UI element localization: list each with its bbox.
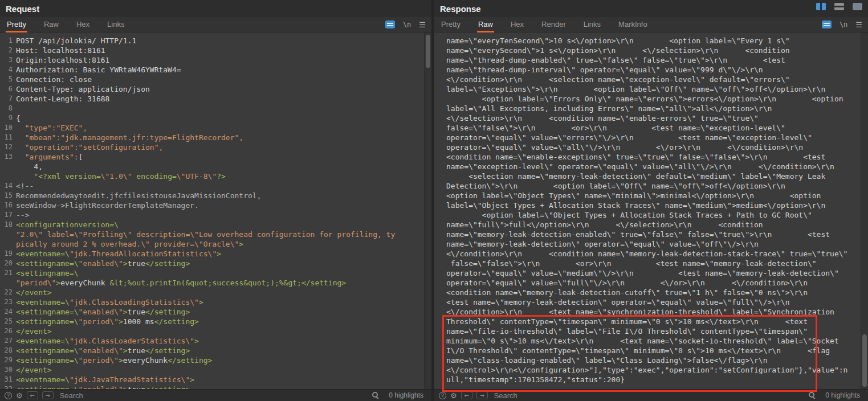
request-line: 25<settingname=\"period\">1000 ms</setti… xyxy=(0,317,431,326)
search-input[interactable] xyxy=(492,391,805,400)
show-nonprintable-icon[interactable]: \n xyxy=(840,21,847,28)
request-editor-toolbar: \n ☰ xyxy=(385,21,426,29)
request-line: pically around 2 % overhead.\" provider=… xyxy=(0,239,431,249)
request-line: 7Content-Length: 31688 xyxy=(0,94,431,104)
response-editor[interactable]: name=\"everyTenSecond\">10 s<\/option>\r… xyxy=(434,32,868,389)
response-line: false=\"false\">\r\n <or>\r\n <test name… xyxy=(434,123,868,133)
tab-render[interactable]: Render xyxy=(540,17,567,32)
show-nonprintable-icon[interactable]: \n xyxy=(403,21,411,28)
request-line: "period\">everyChunk &lt;%out.printIn(&q… xyxy=(0,278,431,288)
next-match-button[interactable]: → xyxy=(476,391,488,399)
response-line: name=\"thread-dump-enabled\" true=\"fals… xyxy=(434,55,868,65)
request-line: 4, xyxy=(0,162,431,171)
tab-hex[interactable]: Hex xyxy=(510,17,525,32)
tab-links[interactable]: Links xyxy=(106,17,125,32)
response-line: <option label=\"Errors Only\" name=\"err… xyxy=(434,94,868,104)
response-line: name=\"memory-leak-detection\" operator=… xyxy=(434,239,868,249)
tab-links[interactable]: Links xyxy=(582,17,602,32)
request-line: 5Connection: close xyxy=(0,75,431,84)
response-line: <\/condition>\r\n <selection name=\"exce… xyxy=(434,75,868,84)
response-line: name=\"exception-level\" operator=\"equa… xyxy=(434,162,868,171)
search-icon xyxy=(808,392,816,399)
request-line: 21<settingname=\ xyxy=(0,268,431,278)
response-line: label=\"All Exceptions, including Errors… xyxy=(434,104,868,113)
response-line: <selection name=\"memory-leak-detection\… xyxy=(434,171,868,181)
layout-rows-icon[interactable] xyxy=(834,3,844,10)
settings-gear-icon[interactable]: ⚙ xyxy=(16,392,23,399)
response-scrollbar-thumb[interactable] xyxy=(862,334,867,387)
response-line: false=\"false\">\r\n <or>\r\n <test name… xyxy=(434,259,868,268)
settings-gear-icon[interactable]: ⚙ xyxy=(450,392,457,399)
request-line: 27<eventname=\"jdk.ClassLoaderStatistics… xyxy=(0,336,431,346)
help-icon[interactable]: ? xyxy=(5,392,12,399)
request-line: 30</event> xyxy=(0,365,431,375)
response-line: <\/condition>\r\n <condition name=\"memo… xyxy=(434,249,868,259)
request-line: 8 xyxy=(0,104,431,113)
response-line: name=\"everySecond\">1 s<\/option>\r\n <… xyxy=(434,46,868,55)
response-line: <\/condition>\r\n <text name=\"synchroni… xyxy=(434,307,868,317)
request-line: 1POST /api/jolokia/ HTTP/1.1 xyxy=(0,36,431,46)
next-match-button[interactable]: → xyxy=(42,391,54,399)
request-line: 19<eventname=\"jdk.ThreadAllocationStati… xyxy=(0,249,431,259)
response-line: <\/control>\r\n<\/configuration>"],"type… xyxy=(434,365,868,375)
request-line: 32<settingname=\"enabled\">true</setting… xyxy=(0,384,431,389)
request-line: 6Content-Type: application/json xyxy=(0,84,431,94)
response-line: label=\"Object Types + Allocation Stack … xyxy=(434,200,868,210)
response-scrollbar[interactable] xyxy=(861,32,868,389)
response-line: <condition name=\"enable-exceptions\" tr… xyxy=(434,152,868,162)
response-line: operator=\"equal\" value=\"full\"\/>\r\n… xyxy=(434,278,868,288)
response-header: Response xyxy=(434,0,868,17)
request-code: 1POST /api/jolokia/ HTTP/1.12Host: local… xyxy=(0,36,431,389)
response-line: <test name=\"memory-leak-detection\" ope… xyxy=(434,297,868,307)
tab-pretty[interactable]: Pretty xyxy=(440,17,462,32)
prev-match-button[interactable]: ← xyxy=(461,391,472,399)
response-line: operator=\"equal\" value=\"all\"\/>\r\n … xyxy=(434,142,868,152)
search-input[interactable] xyxy=(58,391,368,400)
request-line: 17--> xyxy=(0,210,431,220)
request-line: 31<eventname=\"jdk.JavaThreadStatistics\… xyxy=(0,375,431,384)
request-line: "<?xml version=\"1.0\" encoding=\"UTF-8\… xyxy=(0,171,431,181)
request-line: 28<settingname=\"enabled\">true</setting… xyxy=(0,346,431,355)
response-line: <condition name=\"memory-leak-detection-… xyxy=(434,288,868,297)
tab-pretty[interactable]: Pretty xyxy=(6,17,27,32)
tab-raw[interactable]: Raw xyxy=(43,17,60,32)
request-scrollbar[interactable] xyxy=(424,32,431,389)
response-line: label=\"Exceptions\">\r\n <option label=… xyxy=(434,84,868,94)
syntax-highlight-icon[interactable] xyxy=(385,21,395,28)
syntax-highlight-icon[interactable] xyxy=(822,21,832,28)
response-line: <option label=\"Object Types\" name=\"mi… xyxy=(434,191,868,200)
response-line: I\/O Threshold\" contentType=\"timespan\… xyxy=(434,346,868,355)
request-line: 26</event> xyxy=(0,326,431,336)
tab-hex[interactable]: Hex xyxy=(75,17,91,32)
layout-columns-icon[interactable] xyxy=(816,3,826,10)
request-tabs: PrettyRawHexLinks xyxy=(6,17,125,32)
response-searchbar: ? ⚙ ← → 0 highlights xyxy=(434,389,868,401)
tab-raw[interactable]: Raw xyxy=(477,17,494,32)
prev-match-button[interactable]: ← xyxy=(27,391,38,399)
request-line: 20<settingname=\"enabled\">true</setting… xyxy=(0,259,431,268)
request-line: "2.0\" label=\"Profiling\" description=\… xyxy=(0,230,431,239)
editor-menu-icon[interactable]: ☰ xyxy=(419,21,426,29)
response-code: name=\"everyTenSecond\">10 s<\/option>\r… xyxy=(434,36,868,384)
request-line: 10 "type":"EXEC", xyxy=(0,123,431,133)
tab-markinfo[interactable]: MarkInfo xyxy=(617,17,649,32)
request-line: 9{ xyxy=(0,113,431,123)
response-line: Threshold\" contentType=\"timespan\" min… xyxy=(434,317,868,326)
request-editor[interactable]: 1POST /api/jolokia/ HTTP/1.12Host: local… xyxy=(0,32,431,389)
layout-single-icon[interactable] xyxy=(853,3,862,10)
response-tabs: PrettyRawHexRenderLinksMarkInfo xyxy=(440,17,649,32)
editor-menu-icon[interactable]: ☰ xyxy=(855,21,862,29)
response-title: Response xyxy=(440,4,481,14)
view-layout-switcher xyxy=(816,3,862,10)
response-line: Detection\">\r\n <option label=\"Off\" n… xyxy=(434,181,868,191)
response-line: minimum=\"0 s\">10 ms<\/text>\r\n <text … xyxy=(434,336,868,346)
request-line: 23<eventname=\"jdk.ClassLoadingStatistic… xyxy=(0,297,431,307)
request-scrollbar-thumb[interactable] xyxy=(426,35,430,68)
response-line: name=\"thread-dump-interval\" operator=\… xyxy=(434,65,868,75)
request-line: 12 "operation":"setConfiguration", xyxy=(0,142,431,152)
response-line: name=\"file-io-threshold\" label=\"File … xyxy=(434,326,868,336)
request-line: 15Recommendedwaytoedit.jfcfilesistouseJa… xyxy=(0,191,431,200)
response-editor-toolbar: \n ☰ xyxy=(822,21,862,29)
help-icon[interactable]: ? xyxy=(439,392,446,399)
burp-request-response-view: Request PrettyRawHexLinks \n ☰ 1POST /ap… xyxy=(0,0,868,401)
